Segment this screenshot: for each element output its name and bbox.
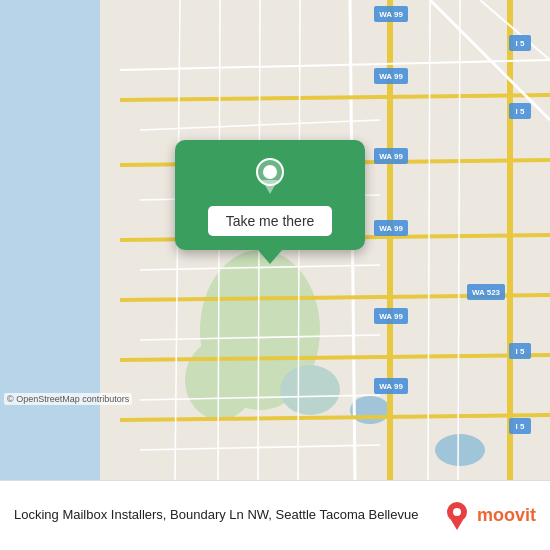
location-pin-icon bbox=[250, 156, 290, 196]
location-text: Locking Mailbox Installers, Boundary Ln … bbox=[14, 506, 441, 524]
svg-point-4 bbox=[185, 340, 255, 420]
moovit-icon bbox=[441, 500, 473, 532]
moovit-text: moovit bbox=[477, 505, 536, 526]
svg-text:WA 99: WA 99 bbox=[379, 10, 403, 19]
svg-text:WA 99: WA 99 bbox=[379, 72, 403, 81]
svg-point-5 bbox=[280, 365, 340, 415]
svg-marker-59 bbox=[451, 520, 463, 530]
svg-point-55 bbox=[263, 165, 277, 179]
take-me-there-button[interactable]: Take me there bbox=[208, 206, 333, 236]
svg-text:I 5: I 5 bbox=[516, 347, 525, 356]
svg-point-7 bbox=[435, 434, 485, 466]
svg-text:I 5: I 5 bbox=[516, 39, 525, 48]
svg-point-6 bbox=[350, 396, 390, 424]
svg-text:WA 99: WA 99 bbox=[379, 312, 403, 321]
svg-text:WA 99: WA 99 bbox=[379, 382, 403, 391]
svg-text:I 5: I 5 bbox=[516, 422, 525, 431]
svg-point-58 bbox=[453, 508, 461, 516]
osm-attribution: © OpenStreetMap contributors bbox=[4, 393, 132, 405]
svg-text:WA 523: WA 523 bbox=[472, 288, 501, 297]
svg-text:WA 99: WA 99 bbox=[379, 152, 403, 161]
svg-text:I 5: I 5 bbox=[516, 107, 525, 116]
bottom-bar: Locking Mailbox Installers, Boundary Ln … bbox=[0, 480, 550, 550]
popup-card: Take me there bbox=[175, 140, 365, 250]
svg-marker-56 bbox=[262, 180, 278, 194]
svg-text:WA 99: WA 99 bbox=[379, 224, 403, 233]
moovit-logo: moovit bbox=[441, 500, 536, 532]
app-container: WA 99 I 5 WA 99 I 5 WA 99 WA 99 WA 523 W… bbox=[0, 0, 550, 550]
